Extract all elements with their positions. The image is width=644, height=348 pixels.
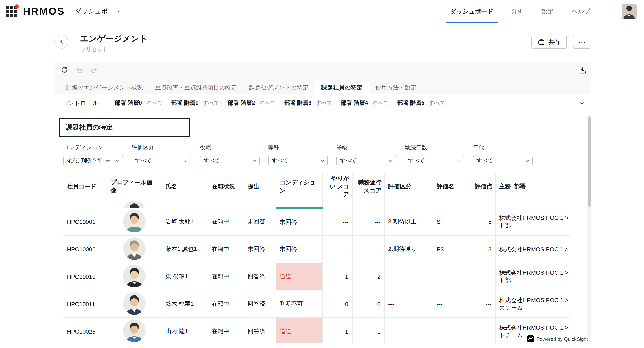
quicksight-badge: Powered by QuickSight	[526, 335, 589, 342]
controls-collapse-chevron[interactable]	[579, 100, 585, 106]
cell-eval-point: 3	[465, 235, 495, 263]
controls-bar: コントロール 部署 階層0すべて 部署 階層1すべて 部署 階層2すべて 部署 …	[54, 94, 591, 112]
widget-title-box[interactable]: 課題社員の特定	[59, 118, 190, 137]
grade-select[interactable]: すべて	[336, 156, 396, 165]
control-dept-level-1[interactable]: 部署 階層1すべて	[171, 99, 220, 107]
cell-eval-name: P3	[433, 235, 465, 263]
col-eval-name[interactable]: 評価名	[433, 173, 465, 201]
profile-avatar	[123, 237, 146, 260]
cell-empty	[465, 201, 495, 208]
col-status[interactable]: 在籍状況	[208, 173, 244, 201]
filter-label: 役職	[200, 144, 268, 151]
tab-segment[interactable]: 課題セグメントの特定	[244, 81, 314, 94]
col-eval-point[interactable]: 評価点	[465, 173, 495, 201]
cell-engagement-score: 0	[322, 290, 352, 318]
col-performance-score[interactable]: 職務遂行 スコア	[352, 173, 384, 201]
age-group-select[interactable]: すべて	[473, 156, 532, 165]
nav-item-help[interactable]: ヘルプ	[572, 0, 590, 23]
nav-item-settings[interactable]: 設定	[542, 0, 554, 23]
scrollbar-thumb[interactable]	[588, 117, 591, 207]
eval-class-select[interactable]: すべて	[132, 156, 191, 165]
nav-item-analysis[interactable]: 分析	[511, 0, 524, 23]
cell-submission: 未回答	[244, 235, 276, 263]
cell-engagement-score: ---	[322, 235, 352, 263]
cell-eval-point: ---	[465, 263, 495, 290]
back-button[interactable]	[54, 35, 68, 49]
undo-icon[interactable]	[74, 65, 84, 75]
export-download-icon[interactable]	[578, 65, 588, 75]
table-row: HPC10028 山内 陸1 在籍中 回答済 逼迫 1 1 --- --- --…	[63, 318, 570, 342]
condition-select[interactable]: 倦怠, 判断不可, 未...	[63, 156, 123, 165]
caret-down-icon	[526, 160, 528, 161]
widget-filters: コンディション 倦怠, 判断不可, 未... 評価区分 すべて 役職 すべて 職…	[63, 144, 541, 165]
select-value: すべて	[408, 157, 455, 164]
navbar-app-title: ダッシュボード	[74, 7, 121, 16]
table-row: HPC10011 鈴木 桃華1 在籍中 回答済 判断不可 0 0 --- ---…	[63, 290, 570, 318]
nav-item-dashboard[interactable]: ダッシュボード	[450, 0, 493, 23]
control-filters: 部署 階層0すべて 部署 階層1すべて 部署 階層2すべて 部署 階層3すべて …	[115, 99, 446, 107]
position-select[interactable]: すべて	[200, 156, 260, 165]
cell-empty	[208, 201, 244, 208]
select-value: すべて	[135, 157, 182, 164]
problem-employees-widget: 課題社員の特定 コンディション 倦怠, 判断不可, 未... 評価区分 すべて …	[54, 112, 591, 342]
more-options-button[interactable]: ...	[573, 36, 592, 49]
navbar-menu: ダッシュボード 分析 設定 ヘルプ	[450, 0, 644, 23]
dashboard-toolbar: 組織のエンゲージメント状況 重点改善・重点維持項目の特定 課題セグメントの特定 …	[54, 62, 591, 94]
control-dept-level-2[interactable]: 部署 階層2すべて	[228, 99, 276, 107]
vertical-scrollbar[interactable]	[588, 115, 591, 342]
cell-eval-point: 5	[465, 208, 495, 235]
col-condition[interactable]: コンディション	[276, 173, 322, 201]
tab-usage-settings[interactable]: 使用方法・設定	[370, 81, 422, 94]
col-submission[interactable]: 提出	[244, 173, 276, 201]
cell-eval-name: S	[433, 208, 465, 235]
control-filter-name: 部署 階層1	[171, 99, 198, 107]
cell-condition: 未回答	[276, 208, 322, 235]
app-launcher-icon[interactable]	[6, 6, 17, 17]
control-dept-level-3[interactable]: 部署 階層3すべて	[284, 99, 333, 107]
cell-eval-name: ---	[433, 263, 465, 290]
cell-eval-name: ---	[433, 290, 465, 318]
redo-icon[interactable]	[89, 65, 99, 75]
ellipsis-icon: ...	[579, 37, 586, 45]
select-value: すべて	[476, 157, 523, 164]
control-dept-level-0[interactable]: 部署 階層0すべて	[115, 99, 163, 107]
job-type-select[interactable]: すべて	[268, 156, 328, 165]
tab-focus-items[interactable]: 重点改善・重点維持項目の特定	[149, 81, 243, 94]
control-dept-level-5[interactable]: 部署 階層5すべて	[397, 99, 446, 107]
user-avatar[interactable]	[622, 4, 637, 19]
col-eval-class[interactable]: 評価区分	[384, 173, 433, 201]
select-value: すべて	[340, 157, 387, 164]
profile-avatar	[123, 292, 146, 314]
select-value: すべて	[204, 157, 250, 164]
col-name[interactable]: 氏名	[162, 173, 208, 201]
control-filter-value: すべて	[316, 99, 333, 107]
col-main-dept[interactable]: 主務_部署	[495, 173, 570, 201]
cell-main-dept: 株式会社HRMOS POC 1 > 営業部	[495, 235, 570, 263]
top-navbar: HRMOS ダッシュボード ダッシュボード 分析 設定 ヘルプ	[0, 0, 644, 23]
app-root: HRMOS ダッシュボード ダッシュボード 分析 設定 ヘルプ エンゲージ	[0, 0, 644, 348]
cell-empty	[244, 201, 276, 208]
navbar-left: HRMOS ダッシュボード	[0, 6, 121, 18]
profile-avatar-partial	[111, 201, 158, 208]
tenure-select[interactable]: すべて	[405, 156, 464, 165]
control-filter-name: 部署 階層5	[397, 99, 424, 107]
cell-eval-class: ---	[384, 318, 433, 342]
cell-empty	[63, 201, 107, 208]
col-engagement-score[interactable]: やりがい スコア	[322, 173, 352, 201]
filter-label: 評価区分	[132, 144, 200, 151]
hrmos-logo[interactable]: HRMOS	[23, 6, 65, 18]
share-button[interactable]: 共有	[531, 36, 567, 49]
control-dept-level-4[interactable]: 部署 階層4すべて	[341, 99, 389, 107]
share-button-label: 共有	[548, 38, 560, 46]
briefcase-icon	[538, 39, 545, 45]
col-employee-code[interactable]: 社員コード	[63, 173, 107, 201]
tab-problem-employees[interactable]: 課題社員の特定	[314, 81, 370, 94]
caret-down-icon	[184, 160, 187, 161]
reset-icon[interactable]	[59, 65, 69, 75]
tab-org-engagement[interactable]: 組織のエンゲージメント状況	[60, 81, 149, 94]
control-filter-value: すべて	[428, 99, 446, 107]
col-profile-image[interactable]: プロフィール画像	[107, 173, 162, 201]
cell-profile-image	[107, 290, 162, 318]
caret-down-icon	[116, 160, 119, 161]
page-actions: 共有 ...	[531, 36, 592, 49]
